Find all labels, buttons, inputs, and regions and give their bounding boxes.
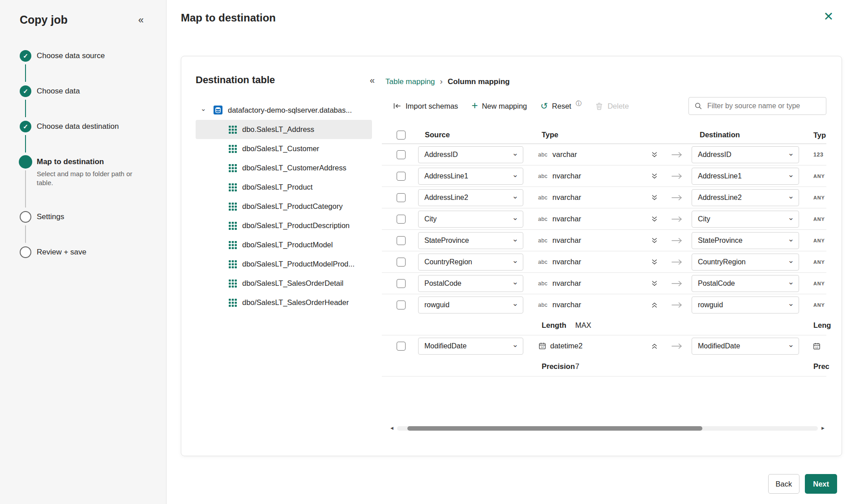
destination-select[interactable]: CountryRegion ⌄ <box>692 254 799 271</box>
chevron-down-icon[interactable]: ⌄ <box>201 105 208 113</box>
destination-select[interactable]: AddressID ⌄ <box>692 146 799 163</box>
tree-item-table[interactable]: dbo.SalesLT_Address <box>196 120 372 139</box>
tree-item-table[interactable]: dbo/SalesLT_SalesOrderDetail <box>196 274 372 293</box>
expand-row-icon[interactable] <box>649 301 660 309</box>
new-mapping-button[interactable]: + New mapping <box>471 102 527 110</box>
wizard-footer: Back Next <box>768 474 837 494</box>
source-select[interactable]: AddressID ⌄ <box>418 146 523 163</box>
arrow-right-icon <box>671 343 683 349</box>
row-checkbox[interactable] <box>397 301 406 309</box>
destination-select[interactable]: City ⌄ <box>692 211 799 228</box>
info-icon[interactable]: ⓘ <box>576 100 581 108</box>
horizontal-scrollbar[interactable]: ◄ ► <box>389 426 825 431</box>
mapping-row: rowguid ⌄ abc nvarchar rowguid ⌄ ANY Len… <box>382 294 826 335</box>
row-checkbox[interactable] <box>397 150 406 159</box>
destination-select[interactable]: AddressLine2 ⌄ <box>692 189 799 206</box>
destination-panel-title: Destination table <box>196 74 275 86</box>
arrow-right-icon <box>671 152 683 158</box>
destination-select[interactable]: PostalCode ⌄ <box>692 275 799 292</box>
tree-item-table[interactable]: dbo/SalesLT_Customer <box>196 139 372 158</box>
source-select[interactable]: City ⌄ <box>418 211 523 228</box>
wizard-step[interactable]: Map to destination Select and map to fol… <box>20 156 166 211</box>
source-type-name: varchar <box>552 150 577 159</box>
source-type-name: datetime2 <box>550 342 582 350</box>
expand-row-icon[interactable] <box>649 280 660 288</box>
back-button[interactable]: Back <box>768 474 800 494</box>
delete-button[interactable]: Delete <box>595 102 629 110</box>
row-checkbox[interactable] <box>397 193 406 202</box>
mapping-row: City ⌄ abc nvarchar City ⌄ ANY <box>382 208 826 230</box>
expand-row-icon[interactable] <box>649 151 660 159</box>
destination-select-value: ModifiedDate <box>698 342 740 350</box>
arrow-right-icon <box>671 280 683 287</box>
panel-collapse-icon[interactable]: « <box>370 76 375 85</box>
wizard-step[interactable]: ✓ Choose data <box>20 85 166 120</box>
destination-select[interactable]: rowguid ⌄ <box>692 296 799 313</box>
source-select[interactable]: rowguid ⌄ <box>418 296 523 313</box>
tree-item-table[interactable]: dbo/SalesLT_SalesOrderHeader <box>196 293 372 312</box>
row-checkbox[interactable] <box>397 172 406 181</box>
expand-row-icon[interactable] <box>649 194 660 202</box>
source-select[interactable]: CountryRegion ⌄ <box>418 254 523 271</box>
destination-type-badge: ANY <box>813 259 825 265</box>
server-name: datafactory-demo-sqlserver.databas... <box>228 106 352 114</box>
destination-select[interactable]: ModifiedDate ⌄ <box>692 338 799 355</box>
expand-row-icon[interactable] <box>649 342 660 350</box>
select-all-checkbox[interactable] <box>397 131 406 140</box>
import-schemas-button[interactable]: Import schemas <box>393 102 458 110</box>
scroll-right-icon[interactable]: ► <box>821 426 825 431</box>
step-state-icon <box>20 246 31 258</box>
tree-item-server[interactable]: ⌄ datafactory-demo-sqlserver.databas... <box>196 100 372 120</box>
source-select[interactable]: PostalCode ⌄ <box>418 275 523 292</box>
chevron-down-icon: ⌄ <box>512 278 518 286</box>
expand-row-icon[interactable] <box>649 237 660 245</box>
sidebar-collapse-icon[interactable]: « <box>138 15 144 25</box>
source-select[interactable]: AddressLine1 ⌄ <box>418 168 523 185</box>
mapping-card: Destination table « ⌄ datafactory-demo-s… <box>181 56 842 456</box>
expand-row-icon[interactable] <box>649 172 660 180</box>
arrow-right-icon <box>671 195 683 201</box>
tree-item-table[interactable]: dbo/SalesLT_ProductCategory <box>196 197 372 216</box>
tree-item-table[interactable]: dbo/SalesLT_Product <box>196 178 372 197</box>
destination-select[interactable]: AddressLine1 ⌄ <box>692 168 799 185</box>
source-select[interactable]: AddressLine2 ⌄ <box>418 189 523 206</box>
destination-type-badge: ANY <box>813 302 825 308</box>
tree-item-table[interactable]: dbo/SalesLT_ProductModel <box>196 235 372 254</box>
main-panel: Map to destination ✕ Destination table «… <box>167 0 855 504</box>
destination-column-header: Destination <box>692 131 799 139</box>
row-checkbox[interactable] <box>397 342 406 351</box>
tree-item-table[interactable]: dbo/SalesLT_ProductDescription <box>196 216 372 235</box>
destination-select[interactable]: StateProvince ⌄ <box>692 232 799 249</box>
wizard-step[interactable]: Review + save <box>20 246 166 281</box>
trash-icon <box>595 102 603 110</box>
row-checkbox[interactable] <box>397 236 406 245</box>
wizard-step[interactable]: Settings <box>20 211 166 246</box>
destination-calendar-icon: 12 <box>812 342 821 350</box>
row-checkbox[interactable] <box>397 279 406 288</box>
row-checkbox[interactable] <box>397 258 406 267</box>
table-grid-icon <box>229 164 237 172</box>
expand-row-icon[interactable] <box>649 215 660 223</box>
reset-button[interactable]: ↺ Reset ⓘ <box>540 102 581 110</box>
next-button[interactable]: Next <box>805 474 837 494</box>
source-select[interactable]: ModifiedDate ⌄ <box>418 338 523 355</box>
scrollbar-track[interactable] <box>397 426 818 431</box>
tree-item-table[interactable]: dbo/SalesLT_ProductModelProd... <box>196 254 372 274</box>
source-type-name: nvarchar <box>552 236 581 245</box>
row-checkbox[interactable] <box>397 215 406 224</box>
table-name: dbo/SalesLT_CustomerAddress <box>242 164 346 172</box>
wizard-step[interactable]: ✓ Choose data destination <box>20 120 166 156</box>
filter-input[interactable] <box>706 102 821 110</box>
calendar-icon: 12 <box>538 342 547 350</box>
row-detail: Length MAX Leng <box>382 315 826 335</box>
close-icon[interactable]: ✕ <box>823 11 834 23</box>
tree-item-table[interactable]: dbo/SalesLT_CustomerAddress <box>196 158 372 178</box>
breadcrumb-table-mapping[interactable]: Table mapping <box>385 77 435 86</box>
scroll-left-icon[interactable]: ◄ <box>389 426 394 431</box>
destination-select-value: PostalCode <box>698 280 735 288</box>
wizard-step[interactable]: ✓ Choose data source <box>20 50 166 85</box>
source-select[interactable]: StateProvince ⌄ <box>418 232 523 249</box>
scrollbar-thumb[interactable] <box>407 426 702 431</box>
expand-row-icon[interactable] <box>649 258 660 266</box>
chevron-down-icon: ⌄ <box>788 341 794 348</box>
